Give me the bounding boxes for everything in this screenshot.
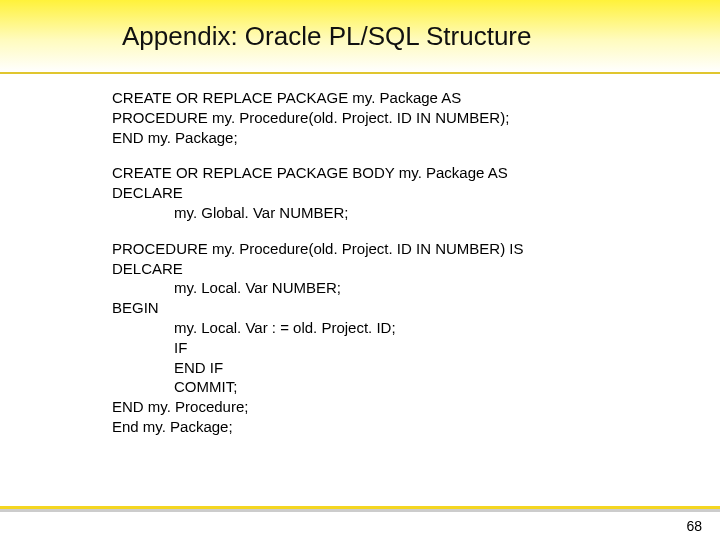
code-line: BEGIN bbox=[112, 298, 720, 318]
code-line: CREATE OR REPLACE PACKAGE my. Package AS bbox=[112, 88, 720, 108]
code-content: CREATE OR REPLACE PACKAGE my. Package AS… bbox=[0, 74, 720, 437]
code-line: CREATE OR REPLACE PACKAGE BODY my. Packa… bbox=[112, 163, 720, 183]
code-line: my. Global. Var NUMBER; bbox=[174, 203, 720, 223]
code-line: my. Local. Var : = old. Project. ID; bbox=[174, 318, 720, 338]
code-line: DELCARE bbox=[112, 259, 720, 279]
page-number: 68 bbox=[686, 518, 702, 534]
code-line: PROCEDURE my. Procedure(old. Project. ID… bbox=[112, 239, 720, 259]
slide-title: Appendix: Oracle PL/SQL Structure bbox=[122, 21, 531, 52]
code-line: End my. Package; bbox=[112, 417, 720, 437]
code-block-1: CREATE OR REPLACE PACKAGE my. Package AS… bbox=[112, 88, 720, 147]
code-line: END my. Procedure; bbox=[112, 397, 720, 417]
code-block-2: CREATE OR REPLACE PACKAGE BODY my. Packa… bbox=[112, 163, 720, 222]
code-block-3: PROCEDURE my. Procedure(old. Project. ID… bbox=[112, 239, 720, 437]
code-line: END IF bbox=[174, 358, 720, 378]
code-line: DECLARE bbox=[112, 183, 720, 203]
code-line: PROCEDURE my. Procedure(old. Project. ID… bbox=[112, 108, 720, 128]
code-line: IF bbox=[174, 338, 720, 358]
footer-divider bbox=[0, 506, 720, 512]
header-band: Appendix: Oracle PL/SQL Structure bbox=[0, 0, 720, 74]
code-line: my. Local. Var NUMBER; bbox=[174, 278, 720, 298]
code-line: END my. Package; bbox=[112, 128, 720, 148]
code-line: COMMIT; bbox=[174, 377, 720, 397]
